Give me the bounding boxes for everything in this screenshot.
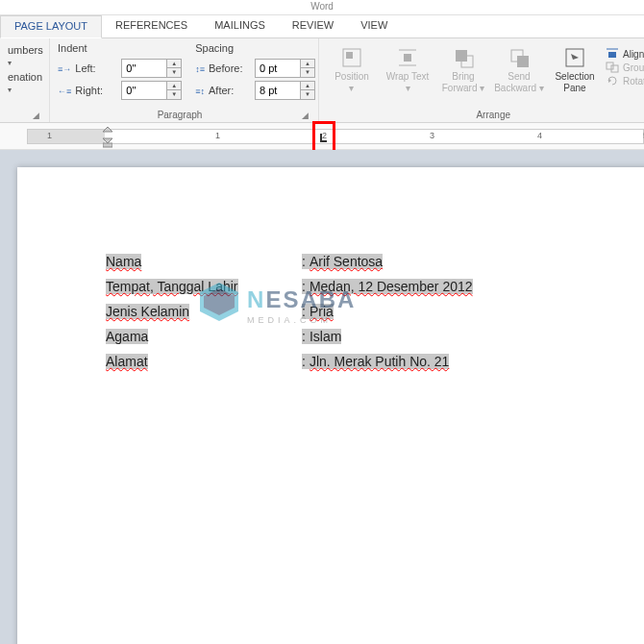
doc-row[interactable]: Jenis Kelamin:Pria (106, 304, 644, 319)
indent-right-down[interactable]: ▼ (167, 90, 181, 99)
tab-mailings[interactable]: MAILINGS (201, 15, 279, 37)
ribbon: umbers enation ◢ Indent Left: ▲▼ Right: (0, 38, 644, 123)
doc-field-value: :Arif Sentosa (302, 254, 383, 269)
doc-field-value: :Pria (302, 304, 334, 319)
svg-rect-1 (346, 52, 353, 59)
doc-field-label: Agama (106, 329, 148, 344)
hyphenation-button[interactable]: enation (8, 69, 41, 96)
spacing-after-input[interactable] (255, 81, 301, 100)
page-setup-launcher[interactable]: ◢ (8, 111, 41, 120)
send-backward-button[interactable]: Send Backward ▾ (494, 46, 544, 94)
align-button[interactable]: Align ▾ (606, 48, 644, 60)
doc-field-label: Jenis Kelamin (106, 304, 189, 319)
group-button[interactable]: Group ▾ (606, 62, 644, 73)
title-bar: Word (0, 0, 644, 15)
doc-field-value: :Islam (302, 329, 341, 344)
spacing-before-input[interactable] (255, 59, 301, 78)
ruler-area: 1 1 2 3 4 5 (0, 123, 644, 150)
spacing-before-down[interactable]: ▼ (301, 68, 314, 77)
indent-right-label: Right: (75, 85, 117, 96)
svg-marker-17 (103, 138, 112, 143)
indent-heading: Indent (58, 42, 182, 54)
horizontal-ruler[interactable]: 1 1 2 3 4 5 (27, 129, 644, 144)
svg-rect-12 (608, 52, 616, 58)
svg-marker-16 (103, 127, 112, 132)
spacing-before-icon (195, 62, 205, 74)
selection-pane-button[interactable]: Selection Pane (550, 46, 600, 94)
bring-forward-icon (452, 46, 475, 69)
paragraph-launcher[interactable]: ◢ (302, 111, 310, 120)
line-numbers-button[interactable]: umbers (8, 42, 41, 69)
spacing-heading: Spacing (195, 42, 315, 54)
spacing-before-label: Before: (209, 62, 251, 74)
doc-field-value: :Jln. Merak Putih No. 21 (302, 354, 449, 369)
paragraph-group-label: Paragraph (158, 110, 203, 120)
indent-right-icon (58, 85, 71, 96)
doc-field-label: Nama (106, 254, 141, 269)
rotate-button[interactable]: Rotate ▾ (606, 75, 644, 87)
position-button[interactable]: Position▾ (327, 46, 377, 94)
page-setup-group-partial: umbers enation ◢ (0, 38, 50, 122)
indent-left-icon (58, 62, 71, 74)
tab-view[interactable]: VIEW (347, 15, 401, 37)
doc-row[interactable]: Nama:Arif Sentosa (106, 254, 644, 269)
doc-field-label: Tempat, Tanggal Lahir (106, 279, 238, 294)
doc-field-label: Alamat (106, 354, 148, 369)
spacing-after-label: After: (209, 85, 251, 96)
indent-right-input[interactable] (121, 81, 167, 100)
doc-row[interactable]: Alamat:Jln. Merak Putih No. 21 (106, 354, 644, 369)
indent-left-label: Left: (75, 62, 117, 74)
document-area: Nama:Arif SentosaTempat, Tanggal Lahir:M… (0, 150, 644, 644)
spacing-after-icon (195, 85, 205, 96)
align-icon (606, 48, 619, 60)
indent-left-up[interactable]: ▲ (167, 60, 181, 68)
arrange-group: Position▾ Wrap Text ▾ Bring Forward ▾ Se… (319, 38, 644, 122)
doc-row[interactable]: Agama:Islam (106, 329, 644, 344)
spacing-before-up[interactable]: ▲ (301, 60, 314, 68)
position-icon (340, 46, 363, 69)
indent-left-down[interactable]: ▼ (167, 68, 181, 77)
doc-row[interactable]: Tempat, Tanggal Lahir:Medan, 12 Desember… (106, 279, 644, 294)
spacing-after-up[interactable]: ▲ (301, 82, 314, 90)
doc-field-value: :Medan, 12 Desember 2012 (302, 279, 473, 294)
svg-rect-18 (103, 143, 112, 147)
svg-marker-15 (608, 78, 611, 83)
paragraph-group: Indent Left: ▲▼ Right: ▲▼ (50, 38, 319, 122)
spacing-after-down[interactable]: ▼ (301, 90, 314, 99)
wrap-text-icon (396, 46, 419, 69)
selection-pane-icon (563, 46, 586, 69)
page[interactable]: Nama:Arif SentosaTempat, Tanggal Lahir:M… (17, 167, 644, 644)
wrap-text-button[interactable]: Wrap Text ▾ (383, 46, 433, 94)
bring-forward-button[interactable]: Bring Forward ▾ (438, 46, 488, 94)
rotate-icon (606, 75, 619, 87)
indent-marker[interactable] (103, 127, 112, 148)
ribbon-tabs: PAGE LAYOUT REFERENCES MAILINGS REVIEW V… (0, 15, 644, 38)
arrange-group-label: Arrange (327, 110, 644, 120)
tab-page-layout[interactable]: PAGE LAYOUT (0, 15, 102, 38)
tab-review[interactable]: REVIEW (279, 15, 347, 37)
indent-left-input[interactable] (121, 59, 167, 78)
indent-right-up[interactable]: ▲ (167, 82, 181, 90)
svg-marker-10 (571, 54, 579, 65)
svg-rect-2 (404, 54, 411, 62)
send-backward-icon (508, 46, 531, 69)
tab-references[interactable]: REFERENCES (102, 15, 201, 37)
group-icon (606, 62, 619, 73)
